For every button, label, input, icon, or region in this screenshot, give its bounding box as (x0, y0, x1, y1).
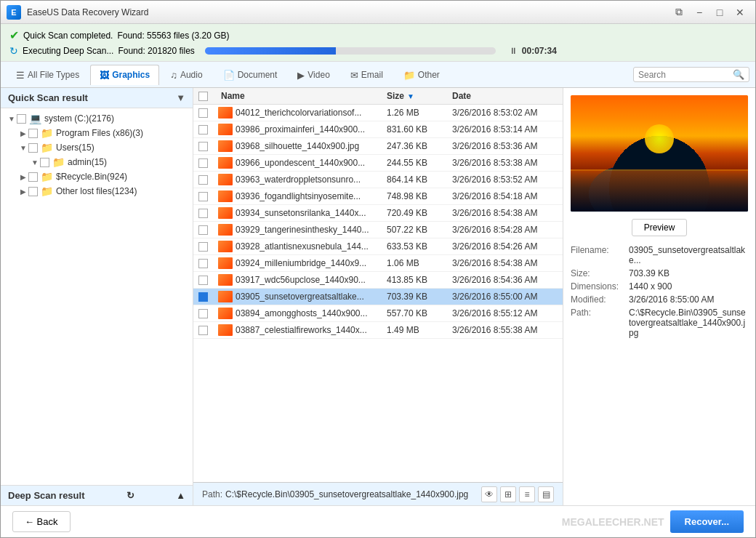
cb-admin[interactable] (40, 158, 49, 167)
tab-graphics[interactable]: 🖼 Graphics (90, 65, 159, 85)
row-cb-0[interactable] (193, 108, 215, 118)
view-detail-button[interactable]: ▤ (538, 486, 554, 502)
row-cb-10[interactable] (193, 276, 215, 285)
tab-video[interactable]: ▶ Video (288, 65, 339, 85)
row-cb-7[interactable] (193, 225, 215, 235)
sort-arrow-icon: ▼ (407, 92, 414, 100)
file-row[interactable]: 03986_proximainferi_1440x900... 831.60 K… (193, 121, 563, 138)
pause-button[interactable]: ⏸ (509, 46, 518, 56)
file-date-0: 3/26/2016 8:53:02 AM (446, 108, 563, 118)
tab-email[interactable]: ✉ Email (341, 65, 393, 85)
file-checkbox-8[interactable] (198, 242, 208, 252)
row-cb-11[interactable] (193, 292, 215, 302)
expand-other-icon[interactable]: ▶ (18, 186, 28, 196)
tab-bar: ☰ All File Types 🖼 Graphics ♫ Audio 📄 Do… (1, 62, 755, 88)
row-cb-6[interactable] (193, 209, 215, 218)
back-button[interactable]: ← Back (12, 511, 71, 532)
maximize-button[interactable]: □ (710, 5, 729, 20)
file-row[interactable]: 03966_upondescent_1440x900... 244.55 KB … (193, 155, 563, 172)
tree-item-recycle-bin[interactable]: ▶ 📁 $Recycle.Bin(924) (1, 169, 193, 184)
row-cb-3[interactable] (193, 158, 215, 168)
tab-document[interactable]: 📄 Document (214, 65, 287, 85)
file-checkbox-7[interactable] (198, 225, 208, 235)
row-cb-1[interactable] (193, 125, 215, 134)
row-cb-13[interactable] (193, 326, 215, 335)
recover-button[interactable]: Recover... (670, 510, 744, 533)
file-checkbox-10[interactable] (198, 276, 208, 285)
file-size-11: 703.39 KB (381, 292, 446, 302)
file-checkbox-3[interactable] (198, 158, 208, 168)
file-row[interactable]: 03936_fogandlightsinyosemite... 748.98 K… (193, 188, 563, 205)
file-row[interactable]: 03917_wdc56upclose_1440x90... 413.85 KB … (193, 272, 563, 289)
sidebar-dropdown-btn[interactable]: ▼ (176, 92, 185, 103)
file-checkbox-13[interactable] (198, 326, 208, 335)
tab-other[interactable]: 📁 Other (394, 65, 449, 85)
cb-recycle-bin[interactable] (28, 172, 38, 182)
tree-item-program-files[interactable]: ▶ 📁 Program Files (x86)(3) (1, 126, 193, 140)
row-cb-9[interactable] (193, 259, 215, 268)
row-cb-5[interactable] (193, 192, 215, 201)
search-input[interactable] (638, 70, 733, 80)
progress-bar-fill (205, 47, 336, 55)
tab-audio[interactable]: ♫ Audio (161, 65, 212, 85)
email-icon: ✉ (350, 70, 358, 81)
file-checkbox-1[interactable] (198, 125, 208, 134)
file-name-5: 03936_fogandlightsinyosemite... (236, 191, 361, 201)
file-tree: ▼ 💻 system (C:)(2176) ▶ 📁 Program Files … (1, 108, 193, 485)
deep-scan-line: ↻ Executing Deep Scan... Found: 201820 f… (9, 44, 747, 58)
file-checkbox-9[interactable] (198, 259, 208, 268)
col-name-header[interactable]: Name (215, 91, 381, 101)
deep-scan-section[interactable]: Deep Scan result ↻ ▲ (1, 485, 193, 505)
row-cb-8[interactable] (193, 242, 215, 252)
restore-button[interactable]: ⧉ (669, 5, 688, 20)
cb-users[interactable] (28, 143, 38, 153)
close-button[interactable]: ✕ (731, 5, 749, 20)
cb-other-lost[interactable] (28, 187, 38, 196)
tab-all-file-types[interactable]: ☰ All File Types (7, 65, 89, 85)
view-list-button[interactable]: ≡ (519, 486, 535, 502)
file-row[interactable]: 03934_sunsetonsrilanka_1440x... 720.49 K… (193, 205, 563, 222)
view-eye-button[interactable]: 👁 (481, 486, 497, 502)
expand-system-icon[interactable]: ▼ (7, 113, 17, 124)
preview-button[interactable]: Preview (632, 219, 688, 236)
file-date-13: 3/26/2016 8:55:38 AM (446, 325, 563, 335)
cb-program-files[interactable] (28, 129, 38, 138)
file-row[interactable]: 03963_waterdroppletsonsunro... 864.14 KB… (193, 172, 563, 188)
file-checkbox-12[interactable] (198, 309, 208, 318)
expand-users-icon[interactable]: ▼ (18, 142, 28, 153)
file-checkbox-6[interactable] (198, 209, 208, 218)
file-row[interactable]: 03887_celestialfireworks_1440x... 1.49 M… (193, 322, 563, 339)
tree-item-other-lost[interactable]: ▶ 📁 Other lost files(1234) (1, 184, 193, 198)
view-grid-button[interactable]: ⊞ (500, 486, 516, 502)
col-date-header[interactable]: Date (446, 91, 563, 101)
file-row[interactable]: 03905_sunsetovergreatsaltlake... 703.39 … (193, 289, 563, 305)
size-value: 703.39 KB (629, 268, 669, 278)
search-box[interactable]: 🔍 (633, 67, 749, 82)
file-checkbox-5[interactable] (198, 192, 208, 201)
file-row[interactable]: 04012_therichcolorvariationsof... 1.26 M… (193, 105, 563, 121)
expand-program-icon[interactable]: ▶ (18, 128, 28, 138)
file-checkbox-2[interactable] (198, 142, 208, 151)
select-all-cb[interactable] (198, 92, 208, 101)
row-cb-4[interactable] (193, 175, 215, 185)
header-cb[interactable] (193, 92, 215, 101)
deep-scan-collapse-icon[interactable]: ▲ (176, 490, 185, 501)
col-size-header[interactable]: Size ▼ (381, 91, 446, 101)
tree-item-system[interactable]: ▼ 💻 system (C:)(2176) (1, 111, 193, 126)
file-checkbox-0[interactable] (198, 108, 208, 118)
row-cb-12[interactable] (193, 309, 215, 318)
file-row[interactable]: 03929_tangerinesinthesky_1440... 507.22 … (193, 222, 563, 238)
file-row[interactable]: 03968_silhouette_1440x900.jpg 247.36 KB … (193, 138, 563, 155)
expand-admin-icon[interactable]: ▼ (30, 157, 40, 167)
file-checkbox-11[interactable] (198, 292, 208, 302)
file-checkbox-4[interactable] (198, 175, 208, 185)
file-row[interactable]: 03928_atlantisnexusnebula_144... 633.53 … (193, 238, 563, 255)
row-cb-2[interactable] (193, 142, 215, 151)
tree-item-admin[interactable]: ▼ 📁 admin(15) (1, 155, 193, 169)
tree-item-users[interactable]: ▼ 📁 Users(15) (1, 140, 193, 155)
cb-system[interactable] (17, 114, 26, 124)
file-row[interactable]: 03924_milleniumbridge_1440x9... 1.06 MB … (193, 255, 563, 272)
minimize-button[interactable]: − (690, 5, 709, 20)
file-row[interactable]: 03894_amongghosts_1440x900... 557.70 KB … (193, 305, 563, 322)
expand-recycle-icon[interactable]: ▶ (18, 172, 28, 182)
